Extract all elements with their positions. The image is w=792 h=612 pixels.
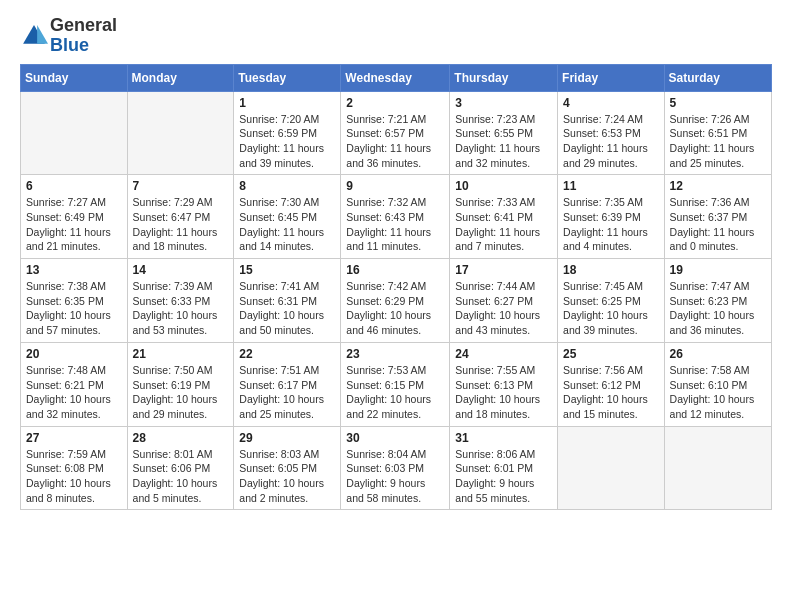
sunset: Sunset: 6:12 PM xyxy=(563,378,659,393)
day-info: Sunrise: 7:38 AMSunset: 6:35 PMDaylight:… xyxy=(26,279,122,338)
sunset: Sunset: 6:43 PM xyxy=(346,210,444,225)
day-info: Sunrise: 8:06 AMSunset: 6:01 PMDaylight:… xyxy=(455,447,552,506)
daylight: Daylight: 11 hours and 4 minutes. xyxy=(563,225,659,254)
sunset: Sunset: 6:08 PM xyxy=(26,461,122,476)
calendar-cell xyxy=(127,91,234,175)
sunset: Sunset: 6:29 PM xyxy=(346,294,444,309)
calendar-cell: 5Sunrise: 7:26 AMSunset: 6:51 PMDaylight… xyxy=(664,91,771,175)
day-info: Sunrise: 7:59 AMSunset: 6:08 PMDaylight:… xyxy=(26,447,122,506)
daylight: Daylight: 10 hours and 53 minutes. xyxy=(133,308,229,337)
sunrise: Sunrise: 7:23 AM xyxy=(455,112,552,127)
sunrise: Sunrise: 7:56 AM xyxy=(563,363,659,378)
daylight: Daylight: 9 hours and 55 minutes. xyxy=(455,476,552,505)
weekday-header: Tuesday xyxy=(234,64,341,91)
sunrise: Sunrise: 8:03 AM xyxy=(239,447,335,462)
sunrise: Sunrise: 7:20 AM xyxy=(239,112,335,127)
sunset: Sunset: 6:51 PM xyxy=(670,126,766,141)
sunrise: Sunrise: 7:47 AM xyxy=(670,279,766,294)
day-info: Sunrise: 7:29 AMSunset: 6:47 PMDaylight:… xyxy=(133,195,229,254)
day-info: Sunrise: 7:53 AMSunset: 6:15 PMDaylight:… xyxy=(346,363,444,422)
daylight: Daylight: 9 hours and 58 minutes. xyxy=(346,476,444,505)
day-number: 25 xyxy=(563,347,659,361)
daylight: Daylight: 10 hours and 36 minutes. xyxy=(670,308,766,337)
sunset: Sunset: 6:27 PM xyxy=(455,294,552,309)
day-info: Sunrise: 7:27 AMSunset: 6:49 PMDaylight:… xyxy=(26,195,122,254)
daylight: Daylight: 10 hours and 57 minutes. xyxy=(26,308,122,337)
calendar-cell: 9Sunrise: 7:32 AMSunset: 6:43 PMDaylight… xyxy=(341,175,450,259)
day-info: Sunrise: 7:42 AMSunset: 6:29 PMDaylight:… xyxy=(346,279,444,338)
daylight: Daylight: 10 hours and 18 minutes. xyxy=(455,392,552,421)
day-number: 31 xyxy=(455,431,552,445)
sunrise: Sunrise: 7:48 AM xyxy=(26,363,122,378)
calendar-cell: 3Sunrise: 7:23 AMSunset: 6:55 PMDaylight… xyxy=(450,91,558,175)
day-number: 20 xyxy=(26,347,122,361)
day-number: 9 xyxy=(346,179,444,193)
day-number: 23 xyxy=(346,347,444,361)
day-info: Sunrise: 8:01 AMSunset: 6:06 PMDaylight:… xyxy=(133,447,229,506)
day-info: Sunrise: 7:36 AMSunset: 6:37 PMDaylight:… xyxy=(670,195,766,254)
calendar-cell: 6Sunrise: 7:27 AMSunset: 6:49 PMDaylight… xyxy=(21,175,128,259)
calendar-cell: 19Sunrise: 7:47 AMSunset: 6:23 PMDayligh… xyxy=(664,259,771,343)
day-info: Sunrise: 7:30 AMSunset: 6:45 PMDaylight:… xyxy=(239,195,335,254)
day-info: Sunrise: 7:33 AMSunset: 6:41 PMDaylight:… xyxy=(455,195,552,254)
day-info: Sunrise: 7:35 AMSunset: 6:39 PMDaylight:… xyxy=(563,195,659,254)
day-number: 1 xyxy=(239,96,335,110)
calendar-cell xyxy=(558,426,665,510)
weekday-header: Monday xyxy=(127,64,234,91)
weekday-row: SundayMondayTuesdayWednesdayThursdayFrid… xyxy=(21,64,772,91)
day-number: 15 xyxy=(239,263,335,277)
day-number: 22 xyxy=(239,347,335,361)
weekday-header: Sunday xyxy=(21,64,128,91)
daylight: Daylight: 11 hours and 0 minutes. xyxy=(670,225,766,254)
sunset: Sunset: 6:01 PM xyxy=(455,461,552,476)
calendar-cell: 20Sunrise: 7:48 AMSunset: 6:21 PMDayligh… xyxy=(21,342,128,426)
daylight: Daylight: 10 hours and 2 minutes. xyxy=(239,476,335,505)
calendar-cell xyxy=(664,426,771,510)
sunset: Sunset: 6:03 PM xyxy=(346,461,444,476)
calendar-cell: 30Sunrise: 8:04 AMSunset: 6:03 PMDayligh… xyxy=(341,426,450,510)
weekday-header: Friday xyxy=(558,64,665,91)
sunrise: Sunrise: 7:42 AM xyxy=(346,279,444,294)
page: General Blue SundayMondayTuesdayWednesda… xyxy=(0,0,792,526)
sunset: Sunset: 6:47 PM xyxy=(133,210,229,225)
sunrise: Sunrise: 8:04 AM xyxy=(346,447,444,462)
sunrise: Sunrise: 7:59 AM xyxy=(26,447,122,462)
sunrise: Sunrise: 7:33 AM xyxy=(455,195,552,210)
calendar-cell xyxy=(21,91,128,175)
sunset: Sunset: 6:19 PM xyxy=(133,378,229,393)
day-number: 13 xyxy=(26,263,122,277)
day-info: Sunrise: 7:32 AMSunset: 6:43 PMDaylight:… xyxy=(346,195,444,254)
calendar-cell: 27Sunrise: 7:59 AMSunset: 6:08 PMDayligh… xyxy=(21,426,128,510)
calendar-cell: 22Sunrise: 7:51 AMSunset: 6:17 PMDayligh… xyxy=(234,342,341,426)
day-number: 14 xyxy=(133,263,229,277)
logo-text: General Blue xyxy=(50,16,117,56)
day-info: Sunrise: 7:45 AMSunset: 6:25 PMDaylight:… xyxy=(563,279,659,338)
daylight: Daylight: 10 hours and 15 minutes. xyxy=(563,392,659,421)
day-info: Sunrise: 8:03 AMSunset: 6:05 PMDaylight:… xyxy=(239,447,335,506)
day-number: 2 xyxy=(346,96,444,110)
daylight: Daylight: 11 hours and 25 minutes. xyxy=(670,141,766,170)
calendar-cell: 10Sunrise: 7:33 AMSunset: 6:41 PMDayligh… xyxy=(450,175,558,259)
weekday-header: Thursday xyxy=(450,64,558,91)
logo-icon xyxy=(20,22,48,50)
day-info: Sunrise: 7:21 AMSunset: 6:57 PMDaylight:… xyxy=(346,112,444,171)
day-number: 28 xyxy=(133,431,229,445)
sunset: Sunset: 6:33 PM xyxy=(133,294,229,309)
day-number: 11 xyxy=(563,179,659,193)
calendar-cell: 25Sunrise: 7:56 AMSunset: 6:12 PMDayligh… xyxy=(558,342,665,426)
calendar: SundayMondayTuesdayWednesdayThursdayFrid… xyxy=(20,64,772,511)
calendar-week: 1Sunrise: 7:20 AMSunset: 6:59 PMDaylight… xyxy=(21,91,772,175)
day-info: Sunrise: 7:47 AMSunset: 6:23 PMDaylight:… xyxy=(670,279,766,338)
calendar-cell: 17Sunrise: 7:44 AMSunset: 6:27 PMDayligh… xyxy=(450,259,558,343)
sunset: Sunset: 6:41 PM xyxy=(455,210,552,225)
sunset: Sunset: 6:37 PM xyxy=(670,210,766,225)
daylight: Daylight: 10 hours and 25 minutes. xyxy=(239,392,335,421)
weekday-header: Saturday xyxy=(664,64,771,91)
calendar-cell: 1Sunrise: 7:20 AMSunset: 6:59 PMDaylight… xyxy=(234,91,341,175)
daylight: Daylight: 11 hours and 11 minutes. xyxy=(346,225,444,254)
sunrise: Sunrise: 7:50 AM xyxy=(133,363,229,378)
daylight: Daylight: 10 hours and 5 minutes. xyxy=(133,476,229,505)
daylight: Daylight: 10 hours and 12 minutes. xyxy=(670,392,766,421)
calendar-cell: 11Sunrise: 7:35 AMSunset: 6:39 PMDayligh… xyxy=(558,175,665,259)
sunset: Sunset: 6:53 PM xyxy=(563,126,659,141)
